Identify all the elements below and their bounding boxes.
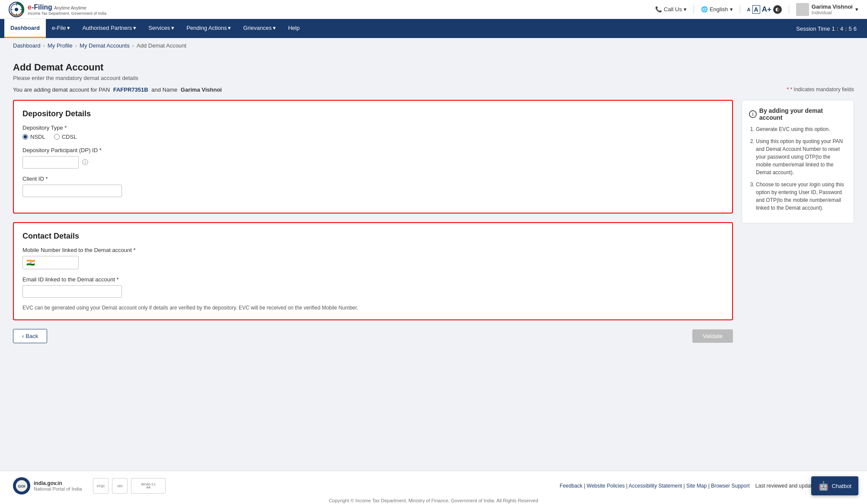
- session-min: 4: [840, 26, 843, 32]
- nav-item-grievances[interactable]: Grievances ▾: [237, 19, 282, 38]
- nav-bar: Dashboard e-File ▾ Authorised Partners ▾…: [0, 19, 867, 38]
- back-button[interactable]: ‹ Back: [13, 329, 47, 343]
- dp-id-group: Depository Participant (DP) ID * ⓘ: [22, 147, 723, 169]
- dp-id-label: Depository Participant (DP) ID *: [22, 147, 723, 153]
- pan-name: Garima Vishnoi: [181, 86, 222, 93]
- efile-dropdown-icon: ▾: [67, 25, 70, 31]
- font-small-button[interactable]: A: [747, 7, 751, 12]
- nav-item-help[interactable]: Help: [282, 19, 306, 38]
- main-content: Add Demat Account Please enter the manda…: [0, 53, 867, 471]
- top-bar: e-Filing Anytime Anytime Income Tax Depa…: [0, 0, 867, 19]
- divider3: [789, 5, 789, 14]
- logo-emblem-icon: [9, 2, 24, 17]
- footer-link-support[interactable]: Browser Support: [711, 483, 749, 489]
- user-role: Individual: [812, 10, 853, 15]
- footer: GOI india.gov.in National Portal of Indi…: [0, 471, 867, 504]
- font-size-controls: A A A+ ◐: [747, 5, 782, 14]
- radio-cdsl-input[interactable]: [54, 134, 60, 140]
- footer-link-feedback[interactable]: Feedback: [560, 483, 582, 489]
- session-time: Session Time 1 : 4 : 5 6: [790, 19, 863, 38]
- breadcrumb-my-profile[interactable]: My Profile: [48, 42, 73, 49]
- nav-item-pending-actions[interactable]: Pending Actions ▾: [180, 19, 237, 38]
- email-label: Email ID linked to the Demat account *: [22, 276, 723, 283]
- session-value: 1: [832, 26, 835, 32]
- info-box-item-3: Choose to secure your login using this o…: [756, 181, 847, 212]
- nav-item-authorised-partners[interactable]: Authorised Partners ▾: [76, 19, 142, 38]
- footer-link-sitemap[interactable]: Site Map: [686, 483, 707, 489]
- footer-logo-text-area: india.gov.in National Portal of India: [34, 480, 82, 491]
- radio-nsdl-label: NSDL: [30, 134, 45, 140]
- radio-nsdl[interactable]: NSDL: [22, 134, 45, 140]
- mobile-input-wrapper[interactable]: 🇮🇳: [22, 256, 79, 269]
- font-large-button[interactable]: A+: [762, 5, 771, 14]
- breadcrumb-sep3: ›: [132, 42, 134, 49]
- chatbot-icon: 🤖: [818, 481, 829, 491]
- depository-type-group: Depository Type * NSDL CDSL: [22, 124, 723, 140]
- info-box: i By adding your demat account Generate …: [742, 100, 854, 223]
- user-avatar: [796, 3, 809, 16]
- validate-button[interactable]: Validate: [692, 329, 733, 343]
- contrast-button[interactable]: ◐: [773, 5, 782, 14]
- nav-item-dashboard[interactable]: Dashboard: [4, 19, 46, 38]
- dp-id-input[interactable]: [22, 156, 79, 169]
- radio-nsdl-input[interactable]: [22, 134, 28, 140]
- dp-id-input-wrapper: ⓘ: [22, 156, 723, 169]
- session-label: Session Time: [796, 26, 830, 32]
- nav-label-dashboard: Dashboard: [10, 25, 40, 31]
- nav-item-efile[interactable]: e-File ▾: [46, 19, 77, 38]
- footer-links: Feedback | Website Policies | Accessibil…: [173, 483, 854, 489]
- nav-label-efile: e-File: [52, 25, 66, 31]
- session-colon2: :: [845, 26, 847, 32]
- info-box-title: i By adding your demat account: [749, 107, 847, 121]
- pan-info-row: * * Indicates mandatory fields You are a…: [13, 86, 854, 100]
- nav-label-grievances: Grievances: [243, 25, 272, 31]
- client-id-label: Client ID *: [22, 175, 723, 182]
- breadcrumb-sep1: ›: [43, 42, 45, 49]
- breadcrumb-dashboard[interactable]: Dashboard: [13, 42, 41, 49]
- dp-id-info-icon[interactable]: ⓘ: [82, 159, 88, 166]
- back-arrow-icon: ‹: [22, 333, 24, 339]
- footer-link-accessibility[interactable]: Accessibility Statement: [629, 483, 682, 489]
- two-col-layout: Depository Details Depository Type * NSD…: [13, 100, 854, 343]
- pending-dropdown-icon: ▾: [228, 25, 231, 31]
- footer-logo-sub: National Portal of India: [34, 486, 82, 491]
- logo-area: e-Filing Anytime Anytime Income Tax Depa…: [9, 2, 106, 17]
- breadcrumb-sep2: ›: [75, 42, 77, 49]
- info-box-list: Generate EVC using this option. Using th…: [749, 125, 847, 212]
- info-box-item-2: Using this option by quoting your PAN an…: [756, 137, 847, 176]
- radio-cdsl[interactable]: CDSL: [54, 134, 77, 140]
- chatbot-label: Chatbot: [832, 483, 851, 489]
- footer-link-policies[interactable]: Website Policies: [587, 483, 625, 489]
- client-id-input[interactable]: [22, 185, 122, 197]
- call-dropdown-icon: ▾: [684, 6, 687, 13]
- divider2: [740, 5, 740, 14]
- logo-text: e-Filing Anytime Anytime Income Tax Depa…: [28, 3, 106, 16]
- session-colon1: :: [837, 26, 838, 32]
- page-title: Add Demat Account: [13, 62, 854, 73]
- page-subtitle: Please enter the mandatory demat account…: [13, 75, 854, 81]
- cert-2: ISO: [112, 478, 128, 494]
- email-input[interactable]: [22, 285, 122, 298]
- mandatory-star: *: [787, 86, 789, 93]
- mobile-group: Mobile Number linked to the Demat accoun…: [22, 247, 723, 269]
- call-us-button[interactable]: 📞 Call Us ▾: [655, 6, 687, 13]
- lang-dropdown-icon: ▾: [730, 6, 733, 13]
- mobile-input[interactable]: [37, 259, 71, 266]
- depository-type-radio-group: NSDL CDSL: [22, 134, 723, 140]
- info-box-item-1: Generate EVC using this option.: [756, 125, 847, 133]
- services-dropdown-icon: ▾: [171, 25, 174, 31]
- user-menu[interactable]: Garima Vishnoi Individual ▾: [796, 3, 858, 16]
- breadcrumb-my-demat-accounts[interactable]: My Demat Accounts: [80, 42, 130, 49]
- font-medium-button[interactable]: A: [752, 5, 760, 14]
- language-selector[interactable]: 🌐 English ▾: [701, 6, 733, 13]
- footer-logo: GOI india.gov.in National Portal of Indi…: [13, 477, 82, 494]
- mobile-label: Mobile Number linked to the Demat accoun…: [22, 247, 723, 253]
- nav-item-services[interactable]: Services ▾: [142, 19, 180, 38]
- session-sec2: 6: [854, 26, 857, 32]
- grievances-dropdown-icon: ▾: [273, 25, 276, 31]
- logo-sub: Income Tax Department, Government of Ind…: [28, 11, 106, 16]
- breadcrumb: Dashboard › My Profile › My Demat Accoun…: [0, 38, 867, 53]
- footer-certs: STQC ISO WCAG 2.1AA: [93, 478, 166, 494]
- chatbot-button[interactable]: 🤖 Chatbot: [811, 476, 858, 495]
- contact-section-title: Contact Details: [22, 232, 723, 241]
